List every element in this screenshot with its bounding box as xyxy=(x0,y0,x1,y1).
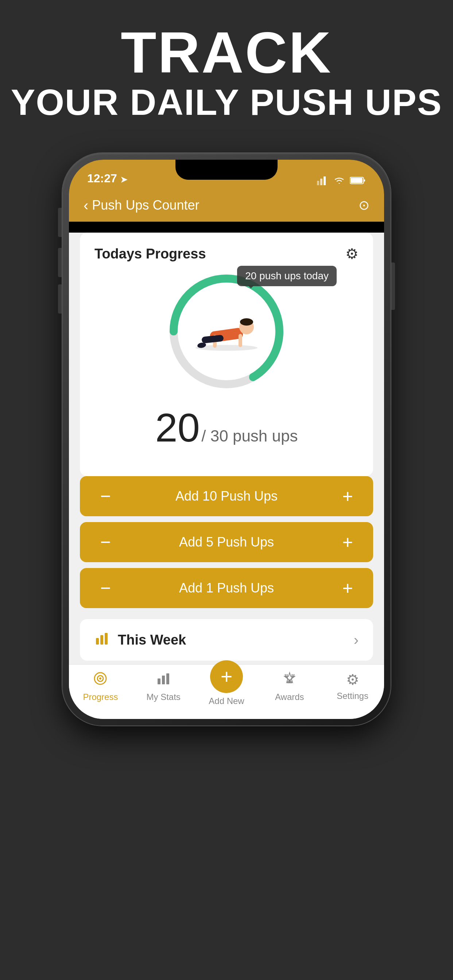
tab-addnew[interactable]: + Add New xyxy=(195,671,258,706)
phone-mockup: 12:27 ➤ xyxy=(62,153,391,725)
add-new-plus-icon: + xyxy=(221,667,233,687)
progress-tab-icon xyxy=(93,671,108,689)
progress-tooltip: 20 push ups today xyxy=(237,266,337,286)
minus-5-icon: − xyxy=(94,531,116,553)
svg-rect-5 xyxy=(351,178,362,183)
week-chevron-icon: › xyxy=(354,632,359,648)
add-5-button[interactable]: − Add 5 Push Ups + xyxy=(80,522,373,562)
counter-display: 20 / 30 push ups xyxy=(94,404,359,450)
svg-rect-24 xyxy=(166,673,169,684)
tab-bar: Progress My Stats xyxy=(69,664,384,719)
progress-card: Todays Progress ⚙ 20 push ups today xyxy=(80,232,373,476)
phone-outer: 12:27 ➤ xyxy=(62,153,391,725)
hero-line1: TRACK xyxy=(0,22,453,83)
history-button[interactable]: ⊙ xyxy=(359,197,370,213)
minus-10-icon: − xyxy=(94,485,116,507)
wifi-icon xyxy=(333,176,345,185)
location-icon: ➤ xyxy=(120,174,128,185)
svg-rect-16 xyxy=(96,638,99,644)
tab-progress-label: Progress xyxy=(83,692,118,702)
notch xyxy=(175,160,278,180)
mystats-tab-icon xyxy=(156,671,171,689)
tab-awards[interactable]: Awards xyxy=(258,671,321,702)
counter-goal: / 30 push ups xyxy=(201,427,298,445)
status-time: 12:27 xyxy=(87,172,117,185)
svg-rect-14 xyxy=(201,335,224,344)
awards-tab-icon xyxy=(282,671,297,689)
svg-rect-0 xyxy=(317,181,319,185)
battery-icon xyxy=(350,176,366,185)
tab-mystats-label: My Stats xyxy=(147,692,180,702)
add-1-label: Add 1 Push Ups xyxy=(116,581,337,596)
add-10-label: Add 10 Push Ups xyxy=(116,488,337,504)
hero-line2: YOUR DAILY PUSH UPS xyxy=(0,83,453,121)
pushup-figure xyxy=(187,310,266,353)
bar-chart-icon xyxy=(94,630,110,650)
plus-5-icon: + xyxy=(337,531,359,553)
add-1-button[interactable]: − Add 1 Push Ups + xyxy=(80,568,373,608)
counter-current: 20 xyxy=(155,405,199,450)
svg-rect-18 xyxy=(105,633,108,644)
tab-progress[interactable]: Progress xyxy=(69,671,132,702)
plus-10-icon: + xyxy=(337,485,359,507)
tab-mystats[interactable]: My Stats xyxy=(132,671,195,702)
nav-back-button[interactable]: ‹ Push Ups Counter xyxy=(83,197,199,214)
this-week-card[interactable]: This Week › xyxy=(80,619,373,660)
svg-rect-2 xyxy=(324,177,326,185)
action-buttons: − Add 10 Push Ups + − Add 5 Push Ups + −… xyxy=(80,476,373,608)
screen-content: Todays Progress ⚙ 20 push ups today xyxy=(69,232,384,719)
status-bar: 12:27 ➤ xyxy=(69,160,384,189)
svg-rect-26 xyxy=(287,682,292,683)
history-icon: ⊙ xyxy=(359,197,370,213)
svg-rect-4 xyxy=(364,180,365,181)
svg-rect-23 xyxy=(162,676,165,684)
phone-screen: 12:27 ➤ xyxy=(69,160,384,719)
this-week-title: This Week xyxy=(118,632,186,648)
hero-section: TRACK YOUR DAILY PUSH UPS xyxy=(0,0,453,136)
tab-settings[interactable]: ⚙ Settings xyxy=(321,671,384,701)
card-header: Todays Progress ⚙ xyxy=(94,245,359,262)
nav-title: Push Ups Counter xyxy=(92,197,199,213)
counter-separator: / xyxy=(201,427,206,445)
ring-container xyxy=(164,269,289,393)
tab-settings-label: Settings xyxy=(337,691,368,701)
svg-point-21 xyxy=(99,678,101,679)
card-title: Todays Progress xyxy=(94,246,206,262)
signal-icon xyxy=(317,176,329,185)
nav-bar: ‹ Push Ups Counter ⊙ xyxy=(69,189,384,222)
tab-awards-label: Awards xyxy=(275,692,304,702)
svg-rect-22 xyxy=(158,678,161,684)
tab-addnew-label: Add New xyxy=(209,696,244,706)
settings-gear-icon[interactable]: ⚙ xyxy=(345,245,359,262)
progress-ring-area: 20 push ups today xyxy=(94,269,359,393)
add-5-label: Add 5 Push Ups xyxy=(116,535,337,550)
add-10-button[interactable]: − Add 10 Push Ups + xyxy=(80,476,373,516)
counter-goal-text: 30 push ups xyxy=(211,427,298,445)
settings-tab-icon: ⚙ xyxy=(346,671,359,688)
add-new-center-button[interactable]: + xyxy=(210,660,243,693)
svg-rect-25 xyxy=(289,680,291,682)
svg-rect-17 xyxy=(100,635,103,644)
plus-1-icon: + xyxy=(337,578,359,599)
status-icons xyxy=(317,176,366,185)
svg-rect-1 xyxy=(320,179,322,185)
back-chevron-icon: ‹ xyxy=(83,197,88,214)
minus-1-icon: − xyxy=(94,578,116,599)
svg-point-11 xyxy=(240,318,253,326)
